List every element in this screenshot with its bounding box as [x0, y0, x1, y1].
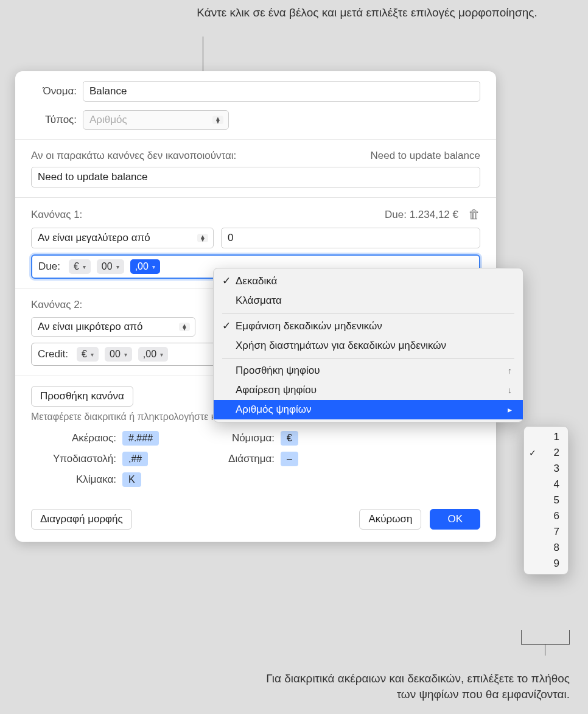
digit-option-7[interactable]: 7 [524, 524, 568, 540]
name-input[interactable] [83, 81, 480, 102]
chip-currency[interactable]: €▾ [69, 259, 91, 274]
chevron-down-icon: ▾ [116, 264, 119, 270]
fallback-preview: Need to update balance [370, 150, 480, 162]
rule2-condition-value: Αν είναι μικρότερο από [38, 321, 143, 333]
rule1-condition-value: Αν είναι μεγαλύτερο από [38, 232, 150, 244]
digit-option-8[interactable]: 8 [524, 540, 568, 556]
menu-remove-digit[interactable]: Αφαίρεση ψηφίου↓ [214, 380, 523, 400]
chevron-down-icon: ▾ [83, 264, 86, 270]
digit-option-3[interactable]: 3 [524, 461, 568, 477]
delete-format-button[interactable]: Διαγραφή μορφής [31, 509, 132, 530]
chevron-updown-icon: ▲▼ [197, 234, 208, 242]
token-integer[interactable]: #.### [122, 431, 159, 446]
rule2-prefix: Credit: [38, 348, 71, 360]
rule1-condition-select[interactable]: Αν είναι μεγαλύτερο από ▲▼ [31, 228, 214, 248]
chip-decimal[interactable]: ,00▾ [138, 347, 168, 362]
digit-option-9[interactable]: 9 [524, 556, 568, 572]
menu-add-digit[interactable]: Προσθήκη ψηφίου↑ [214, 361, 523, 380]
menu-use-spaces[interactable]: Χρήση διαστημάτων για δεκαδικών μηδενικώ… [214, 336, 523, 355]
token-space[interactable]: – [281, 452, 298, 466]
chevron-down-icon: ▾ [124, 351, 127, 358]
token-decimal[interactable]: ,## [122, 452, 148, 466]
token-scale[interactable]: K [122, 472, 141, 487]
trash-icon[interactable]: 🗑 [468, 208, 480, 222]
menu-separator [222, 358, 514, 359]
menu-show-zeros[interactable]: ✓Εμφάνιση δεκαδικών μηδενικών [214, 316, 523, 336]
chip-currency[interactable]: €▾ [77, 347, 99, 362]
token-decimal-label: Υποδιαστολή: [37, 453, 116, 465]
type-label: Τύπος: [31, 114, 83, 126]
digit-option-1[interactable]: 1 [524, 429, 568, 445]
token-currency-label: Νόμισμα: [195, 432, 275, 444]
chip-decimal[interactable]: ,00▾ [130, 259, 160, 274]
rule2-condition-select[interactable]: Αν είναι μικρότερο από ▲▼ [31, 317, 195, 337]
chevron-right-icon: ▸ [508, 405, 512, 415]
cancel-button[interactable]: Ακύρωση [359, 509, 421, 530]
arrow-down-icon: ↓ [508, 385, 512, 395]
token-integer-label: Ακέραιος: [37, 432, 116, 444]
menu-fractions[interactable]: Κλάσματα [214, 291, 523, 310]
token-currency[interactable]: € [281, 431, 298, 446]
token-scale-label: Κλίμακα: [37, 474, 116, 486]
rule2-label: Κανόνας 2: [31, 299, 82, 311]
menu-decimals[interactable]: ✓Δεκαδικά [214, 271, 523, 291]
fallback-input[interactable] [31, 167, 480, 187]
rule1-value-input[interactable] [221, 228, 480, 248]
menu-separator [222, 313, 514, 313]
fallback-label: Αν οι παρακάτω κανόνες δεν ικανοποιούντα… [31, 150, 236, 162]
ok-button[interactable]: OK [430, 509, 480, 530]
chip-integer[interactable]: 00▾ [105, 347, 132, 362]
add-rule-button[interactable]: Προσθήκη κανόνα [31, 386, 133, 407]
name-label: Όνομα: [31, 85, 83, 97]
digit-option-4[interactable]: 4 [524, 477, 568, 492]
type-select[interactable]: Αριθμός ▲▼ [83, 110, 229, 130]
callout-top: Κάντε κλικ σε ένα βέλος και μετά επιλέξτ… [183, 5, 551, 21]
arrow-up-icon: ↑ [508, 366, 512, 376]
chevron-down-icon: ▾ [160, 351, 163, 358]
callout-bracket [521, 630, 570, 645]
token-space-label: Διάστημα: [195, 453, 275, 465]
chevron-updown-icon: ▲▼ [179, 323, 190, 331]
digit-option-6[interactable]: 6 [524, 508, 568, 524]
format-popover: ✓Δεκαδικά Κλάσματα ✓Εμφάνιση δεκαδικών μ… [213, 268, 523, 422]
callout-bottom: Για διακριτικά ακέραιων και δεκαδικών, ε… [253, 671, 570, 703]
rule1-prefix: Due: [38, 261, 63, 273]
chip-integer[interactable]: 00▾ [97, 259, 124, 274]
digit-count-submenu: 1✓23456789 [523, 426, 569, 575]
menu-digit-count[interactable]: Αριθμός ψηφίων▸ [214, 400, 523, 419]
chevron-down-icon: ▾ [91, 351, 94, 358]
chevron-updown-icon: ▲▼ [212, 116, 223, 124]
callout-bracket-stem [545, 645, 545, 656]
digit-option-2[interactable]: ✓2 [524, 445, 568, 461]
digit-option-5[interactable]: 5 [524, 492, 568, 508]
chevron-down-icon: ▾ [152, 264, 155, 270]
type-select-value: Αριθμός [89, 114, 127, 126]
rule1-preview: Due: 1.234,12 € [385, 209, 458, 221]
rule1-label: Κανόνας 1: [31, 209, 82, 221]
